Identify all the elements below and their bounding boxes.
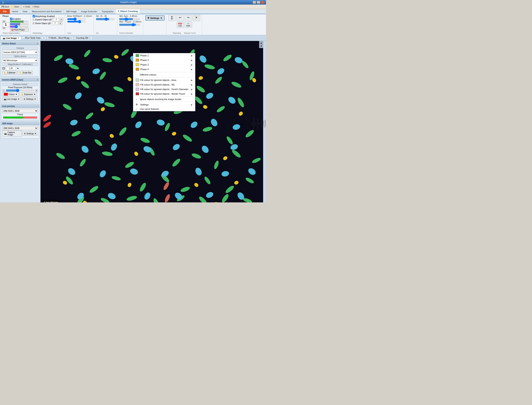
live-image-button[interactable]: 📷 Live Image ▼ — [2, 97, 21, 101]
menu-item-fill-feret[interactable]: Fill colour for ignored objects - Feret'… — [133, 87, 195, 92]
save-button[interactable]: 💾 Save — [1, 5, 10, 8]
phase-slider-1[interactable] — [10, 20, 29, 23]
open-button[interactable]: 📁 Open — [11, 5, 20, 8]
sidebar-properties[interactable]: Properties — [264, 120, 266, 127]
live-preview-select[interactable]: 20M 5440 x 3648 — [2, 109, 38, 113]
feret-min-slider[interactable] — [119, 18, 140, 20]
menu-item-settings[interactable]: ⚙ Settings ▶ — [133, 102, 195, 107]
morph-shrink-plus[interactable]: + — [59, 22, 62, 25]
still-settings-button[interactable]: ⚙ Settings ▼ — [22, 132, 38, 136]
scroll-up-btn[interactable]: ▲ — [260, 41, 263, 45]
menu-item-phase4[interactable]: Phase 4 ▶ — [133, 67, 195, 72]
tab-file[interactable]: File — [0, 9, 10, 14]
morph-expand-input[interactable] — [53, 18, 59, 21]
menu-item-different-colours[interactable]: Different colours — [133, 73, 195, 77]
document-tabs: 📷 Live Image ✕ ...\Rice Test2-Yuse... ✕ … — [0, 35, 266, 41]
phase-up-btn[interactable]: ▲ — [2, 20, 5, 22]
report-buttons: Σ ↩ ↪ ✕ — [169, 15, 200, 21]
sidebar-characteristics[interactable]: Characteristics — [257, 118, 258, 129]
calibrate-icon: 📐 — [4, 72, 6, 74]
settings-dropdown-button[interactable]: ⚙ Settings ▼ — [145, 15, 164, 20]
calibrate-button[interactable]: 📐 Calibrate — [2, 71, 17, 75]
morph-expand-plus[interactable]: + — [60, 18, 63, 21]
live-tab-close[interactable]: ✕ — [18, 37, 19, 39]
menu-item-fill-border[interactable]: Fill colour for ignored objects - Border… — [133, 92, 195, 96]
device-select-close[interactable]: × — [37, 42, 38, 45]
pdf-mark-row: PDF PDF #0 Mark — [177, 22, 192, 28]
riceym-tab-close[interactable]: ✕ — [70, 37, 72, 39]
feret-max-slider[interactable] — [119, 24, 140, 26]
undo-report-button[interactable]: ↩ — [177, 15, 184, 21]
pdf-button[interactable]: PDF PDF — [177, 22, 184, 28]
redo-button[interactable]: ↪ Redo — [32, 5, 40, 8]
menu-item-same-features[interactable]: ✓ Use same features — [133, 107, 195, 111]
tab-topography[interactable]: Topography — [99, 9, 116, 14]
phase-number-input[interactable]: 1 — [2, 22, 9, 27]
menu-item-fill-area[interactable]: Fill colour for ignored objects - Area ▶ — [133, 78, 195, 82]
optics-select[interactable]: My Microscope — [2, 58, 38, 62]
exposure-plus-btn[interactable]: + — [35, 89, 38, 92]
undo-button[interactable]: ↩ Undo — [22, 5, 31, 8]
redo-report-button[interactable]: ↪ — [185, 15, 192, 21]
menu-item-fill-m1[interactable]: Fill colour for ignored objects - M1 ▶ — [133, 82, 195, 87]
still-resolution-select[interactable]: 20M 5440 x 3648 — [2, 126, 38, 130]
still-image-section: Still image 20M 5440 x 3648 📸 Capture im… — [1, 122, 39, 139]
settings-submenu-icon: ⚙ — [136, 103, 138, 106]
tab-home[interactable]: Home — [10, 9, 20, 14]
camera-settings-button[interactable]: ⚙ Settings ▼ — [22, 97, 38, 101]
sidebar-work[interactable]: Work — [251, 122, 253, 126]
area-max-slider[interactable] — [67, 20, 86, 23]
separator — [21, 5, 21, 8]
title-bar-controls[interactable]: − □ × — [253, 1, 264, 4]
image-viewer[interactable]: Live Image Phase 1 ▶ Phase 2 ▶ Phase 3 ▶ — [40, 41, 263, 202]
tab-image-extender[interactable]: Image Extender — [79, 9, 99, 14]
sidebar-liver[interactable]: Liver — [255, 122, 257, 125]
tab-still-image[interactable]: Still Image — [64, 9, 79, 14]
menu-item-phase1[interactable]: Phase 1 ▶ — [133, 53, 195, 58]
colour-button[interactable]: Colour ▼ — [2, 92, 19, 96]
sigma-icon: Σ — [118, 10, 119, 13]
close-btn[interactable]: × — [261, 1, 264, 4]
fill-m1-color-swatch — [136, 83, 139, 86]
camera-select[interactable]: Invenio-20EIII [#27354] — [2, 50, 38, 54]
scale-bar-button[interactable]: 📏 Scale Bar — [18, 71, 33, 75]
pixel-picker-button[interactable]: 🎯 Pixel Picker — [10, 28, 29, 32]
counting-tab-close[interactable]: ✕ — [89, 37, 91, 39]
morph-shrink-input[interactable] — [52, 22, 58, 25]
m1-slider[interactable] — [96, 18, 115, 20]
sidebar-preview[interactable]: Preview — [262, 121, 264, 127]
menu-item-phase3[interactable]: Phase 3 ▶ — [133, 62, 195, 67]
tab-live-image[interactable]: 📷 Live Image ✕ — [1, 36, 21, 40]
scroll-down-btn[interactable]: ▼ — [260, 45, 263, 48]
camera-control-close[interactable]: × — [37, 79, 38, 81]
capture-image-button[interactable]: 📸 Capture image — [2, 130, 22, 137]
menu-item-ignore-border[interactable]: ✓ Ignore objects touching the image bord… — [133, 97, 195, 101]
fill-border-color-swatch — [136, 92, 139, 95]
close-report-button[interactable]: ✕ — [193, 15, 200, 21]
sidebar-histogram[interactable]: Histogram — [260, 120, 262, 127]
maximize-btn[interactable]: □ — [257, 1, 260, 4]
menu-item-phase2[interactable]: Phase 2 ▶ — [133, 58, 195, 62]
tab-rice-test2[interactable]: ...\Rice Test2-Yuse... ✕ — [21, 36, 47, 40]
enabled-checkbox[interactable] — [10, 18, 13, 20]
magnification-row: 🔲 ▼ — [2, 66, 38, 70]
sidebar-cv-parameters[interactable]: CV parameters — [253, 118, 255, 129]
phase-down-btn[interactable]: ▼ — [2, 27, 5, 29]
exposure-button[interactable]: 💡 Exposure ▼ — [20, 92, 37, 96]
tab-object-counting[interactable]: Σ Object Counting — [116, 9, 140, 14]
tab-view[interactable]: View — [20, 9, 30, 14]
phase-slider-3[interactable] — [10, 26, 29, 28]
rice-test2-tab-close[interactable]: ✕ — [43, 37, 45, 39]
mark-button[interactable]: #0 Mark — [185, 22, 192, 28]
exposure-minus-btn[interactable]: − — [2, 89, 5, 92]
magnification-input[interactable] — [6, 66, 16, 70]
live-settings-row: 📷 Live Image ▼ ⚙ Settings ▼ — [2, 97, 38, 101]
sidebar-edit[interactable]: Edit — [258, 122, 260, 125]
tab-riceym[interactable]: F:\Work\...\RiceYM.jpg ✕ — [47, 36, 74, 40]
minimize-btn[interactable]: − — [253, 1, 256, 4]
sigma-button[interactable]: Σ — [169, 15, 176, 21]
morphology-enabled-checkbox[interactable] — [33, 15, 35, 17]
exposure-slider[interactable] — [6, 89, 34, 92]
tab-measurement[interactable]: Measurement and Annotation — [30, 9, 64, 14]
tab-counting[interactable]: Counting-266 ✕ — [74, 36, 93, 40]
